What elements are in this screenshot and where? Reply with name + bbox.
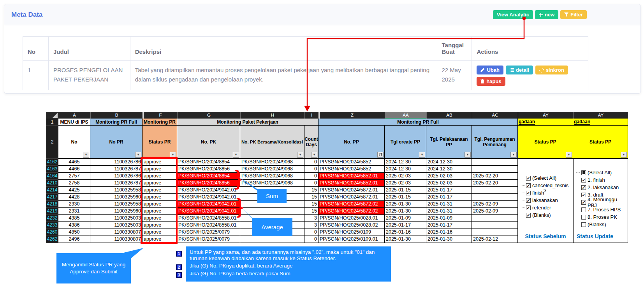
new-button[interactable]: new <box>535 10 558 19</box>
filter-dropdown-icon[interactable]: ▼ <box>419 152 425 158</box>
checked-checkbox-icon[interactable]: ✓ <box>581 178 586 182</box>
sheet-cell-AC-4163[interactable] <box>472 166 518 173</box>
sheet-cell-G-4232[interactable]: PK/SGN/HO/2024/8558.01 <box>177 215 240 222</box>
sheet-cell-B-4217[interactable]: 1100325960 <box>90 194 143 201</box>
filter-dropdown-icon[interactable]: ▼ <box>83 152 89 158</box>
sheet-cell-AC-4210[interactable]: 2025-02-20 <box>472 180 518 187</box>
row-number[interactable]: 4218 <box>46 201 58 208</box>
row-number[interactable]: 4219 <box>46 208 58 215</box>
filter-option[interactable]: 7. Proses HPS <box>576 206 628 213</box>
sheet-select-all-corner[interactable] <box>46 112 58 119</box>
view-analytic-button[interactable]: View Analytic <box>493 10 533 19</box>
filter-option[interactable]: ✓4. Menunggu PBJ <box>576 198 628 206</box>
sheet-cell-G-4210[interactable]: PK/SGN/HO/2024/8856 <box>177 180 240 187</box>
row-number[interactable]: 4233 <box>46 222 58 229</box>
sheet-cell-Z-4163[interactable]: PP/SGN/HO/2024/5852 <box>318 166 385 173</box>
sheet-cell-AB-4163[interactable]: 2024-12-30 <box>426 166 472 173</box>
sheet-cell-H-4164[interactable]: PK/SGN/HO/2024/9068 <box>240 173 304 180</box>
sheet-cell-Z-4164[interactable]: PP/SGN/HO/2024/5852.01 <box>318 173 385 180</box>
sheet-cell-AA-4218[interactable]: 2025-01-30 <box>385 201 426 208</box>
sheet-cell-F-4219[interactable]: approve <box>143 208 177 215</box>
checked-checkbox-icon[interactable]: ✓ <box>526 191 531 195</box>
filter-option[interactable]: 8. Proses PK <box>576 213 628 221</box>
sheet-header-AY-10[interactable]: Status PP▼ <box>518 126 573 159</box>
sheet-cell-AB-4218[interactable]: 2025-01-31 <box>426 201 472 208</box>
sheet-cell-Z-4232[interactable]: PP/SGN/HO/2025/0028.01 <box>318 215 385 222</box>
sheet-cell-B-4163[interactable]: 1100326787 <box>90 166 143 173</box>
sheet-cell-AC-4233[interactable] <box>472 222 518 229</box>
sheet-cell-AB-4162[interactable]: 2024-12-30 <box>426 159 472 166</box>
sheet-cell-AA-4163[interactable]: 2024-12-30 <box>385 166 426 173</box>
sheet-cell-I-4210[interactable]: 0 <box>304 180 318 187</box>
row-label-1[interactable]: 1 <box>46 119 58 126</box>
checked-checkbox-icon[interactable]: ✓ <box>526 176 531 181</box>
unchecked-checkbox-icon[interactable] <box>581 207 586 212</box>
sheet-cell-F-4218[interactable]: approve <box>143 201 177 208</box>
sheet-cell-AB-4217[interactable]: 2025-01-17 <box>426 194 472 201</box>
group-header-1[interactable]: Monitoring PR Full <box>90 119 143 126</box>
sheet-cell-AA-4233[interactable]: 2025-01-17 <box>385 222 426 229</box>
row-number[interactable]: 4164 <box>46 173 58 180</box>
sheet-cell-A-4260[interactable]: 4850 <box>58 229 90 236</box>
filter-dropdown-icon[interactable]: ▼ <box>621 152 627 158</box>
sheet-cell-A-4219[interactable]: 2331 <box>58 208 90 215</box>
sheet-cell-AA-4162[interactable]: 2024-12-30 <box>385 159 426 166</box>
sheet-cell-Z-4260[interactable]: PP/SGN/HO/2025/0109 <box>318 229 385 236</box>
sheet-cell-F-4210[interactable]: approve <box>143 180 177 187</box>
filter-option[interactable]: ✓1. finish <box>576 176 628 184</box>
sheet-cell-AB-4210[interactable]: 2025-02-03 <box>426 180 472 187</box>
sheet-cell-A-4262[interactable]: 2496 <box>58 236 90 243</box>
column-letter-AB-8[interactable]: AB <box>426 112 472 119</box>
filter-dropdown-icon[interactable]: ▼ <box>297 152 303 158</box>
filter-option[interactable]: ✓(Select All) <box>521 174 573 182</box>
hapus-button[interactable]: hapus <box>477 77 505 86</box>
filter-option[interactable]: ✓2. laksanakan <box>576 184 628 191</box>
sheet-cell-AC-4217[interactable] <box>472 194 518 201</box>
sheet-cell-H-4210[interactable]: PK/SGN/HO/2024/9068 <box>240 180 304 187</box>
sheet-cell-B-4218[interactable]: 1100325958 <box>90 201 143 208</box>
sheet-cell-G-4217[interactable]: PK/SGN/HO/2024/9042.01 <box>177 194 240 201</box>
sheet-cell-Z-4162[interactable]: PP/SGN/HO/2024/5852 <box>318 159 385 166</box>
sheet-cell-B-4219[interactable]: 1100325960 <box>90 208 143 215</box>
sheet-header-B-1[interactable]: No PR▼ <box>90 126 143 159</box>
sheet-cell-B-4162[interactable]: 1100326786 <box>90 159 143 166</box>
column-letter-H-4[interactable]: H <box>240 112 304 119</box>
sheet-cell-A-4162[interactable]: 4465 <box>58 159 90 166</box>
row-number[interactable]: 4217 <box>46 194 58 201</box>
sheet-header-AC-9[interactable]: Tgl. Pengumuman Pemenang▼ <box>472 126 518 159</box>
checked-checkbox-icon[interactable]: ✓ <box>581 200 586 205</box>
unchecked-checkbox-icon[interactable] <box>581 215 586 220</box>
filter-option[interactable]: (Select All) <box>576 169 628 176</box>
column-letter-AC-9[interactable]: AC <box>472 112 518 119</box>
sheet-cell-I-4262[interactable]: 0 <box>304 236 318 243</box>
sheet-cell-B-4210[interactable]: 1100326787 <box>90 180 143 187</box>
sheet-cell-G-4162[interactable]: PK/SGN/HO/2024/8854 <box>177 159 240 166</box>
sheet-cell-AA-4210[interactable]: 2025-02-03 <box>385 180 426 187</box>
sheet-cell-Z-4233[interactable]: PP/SGN/HO/2025/0028.02 <box>318 222 385 229</box>
filter-dropdown-icon[interactable]: ▼ <box>566 152 572 158</box>
filter-button[interactable]: Filter <box>560 10 587 19</box>
mixed-checkbox-icon[interactable] <box>581 170 586 175</box>
sheet-cell-AA-4260[interactable]: 2025-01-16 <box>385 229 426 236</box>
sheet-cell-AB-4164[interactable]: 2025-02-03 <box>426 173 472 180</box>
column-letter-A-0[interactable]: A <box>58 112 90 119</box>
sheet-cell-B-4262[interactable]: 1100330807 <box>90 236 143 243</box>
row-number[interactable]: 4162 <box>46 159 58 166</box>
filter-dropdown-icon[interactable]: ▼ <box>170 152 176 158</box>
sheet-cell-AB-4219[interactable]: 2025-01-31 <box>426 208 472 215</box>
row-number[interactable]: 4262 <box>46 236 58 243</box>
sheet-header-AB-8[interactable]: Tgl. Pelaksanaan PP▼ <box>426 126 472 159</box>
sheet-cell-I-4218[interactable]: 15 <box>304 201 318 208</box>
sheet-cell-G-4163[interactable]: PK/SGN/HO/2024/8856 <box>177 166 240 173</box>
sheet-cell-F-4164[interactable]: approve <box>143 173 177 180</box>
sheet-cell-I-4163[interactable]: 0 <box>304 166 318 173</box>
sheet-header-H-4[interactable]: No. PK Bersama/Konsolidasi▼ <box>240 126 304 159</box>
row-number[interactable]: 4260 <box>46 229 58 236</box>
sheet-cell-Z-4218[interactable]: PP/SGN/HO/2024/5872.02 <box>318 201 385 208</box>
sheet-cell-A-4163[interactable]: 4466 <box>58 166 90 173</box>
sheet-cell-AB-4260[interactable]: 2025-01-16 <box>426 229 472 236</box>
sheet-cell-F-4233[interactable]: approve <box>143 222 177 229</box>
sheet-cell-F-4262[interactable]: approve <box>143 236 177 243</box>
column-letter-Z-6[interactable]: Z <box>318 112 385 119</box>
sheet-cell-I-4219[interactable]: 15 <box>304 208 318 215</box>
